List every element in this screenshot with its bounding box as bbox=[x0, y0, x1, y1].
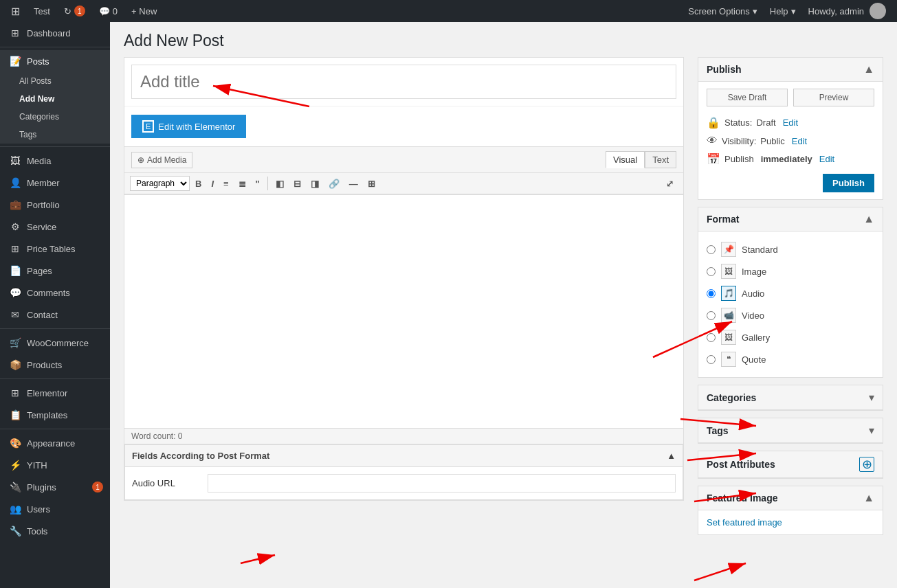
sidebar-item-tags[interactable]: Tags bbox=[0, 126, 110, 144]
horizontal-rule-button[interactable]: — bbox=[345, 177, 362, 191]
format-option-standard[interactable]: 📌 Standard bbox=[707, 238, 874, 260]
adminbar-site[interactable]: Test bbox=[28, 0, 56, 22]
ordered-list-button[interactable]: ≣ bbox=[234, 177, 250, 191]
screen-options-arrow: ▾ bbox=[753, 6, 757, 16]
tags-collapse-icon: ▾ bbox=[869, 424, 874, 437]
edit-with-elementor-button[interactable]: E Edit with Elementor bbox=[131, 115, 246, 138]
sidebar-item-appearance[interactable]: 🎨 Appearance bbox=[0, 432, 110, 454]
adminbar-new[interactable]: + New bbox=[126, 0, 162, 22]
fields-header-title: Fields According to Post Format bbox=[132, 451, 269, 461]
status-icon: 🔒 bbox=[707, 116, 720, 129]
screen-options-btn[interactable]: Screen Options ▾ bbox=[683, 0, 763, 22]
adminbar-updates[interactable]: ↻ 1 bbox=[58, 0, 91, 22]
status-row: 🔒 Status: Draft Edit bbox=[707, 113, 874, 132]
sidebar-item-price-tables[interactable]: ⊞ Price Tables bbox=[0, 238, 110, 260]
align-center-button[interactable]: ⊟ bbox=[289, 177, 305, 191]
sidebar-pages-label: Pages bbox=[27, 266, 52, 276]
sidebar-item-posts[interactable]: 📝 Posts bbox=[0, 50, 110, 72]
add-media-button[interactable]: ⊕ Add Media bbox=[131, 152, 192, 168]
publish-time-edit-link[interactable]: Edit bbox=[819, 154, 834, 164]
pages-icon: 📄 bbox=[9, 265, 21, 276]
table-button[interactable]: ⊞ bbox=[364, 177, 379, 191]
format-radio-image[interactable] bbox=[707, 267, 716, 276]
sidebar-service-label: Service bbox=[27, 222, 56, 232]
adminbar-howdy[interactable]: Howdy, admin bbox=[803, 0, 892, 22]
format-icon-video: 📹 bbox=[721, 308, 736, 323]
sidebar-item-add-new[interactable]: Add New bbox=[0, 90, 110, 108]
italic-button[interactable]: I bbox=[207, 177, 218, 191]
sidebar-item-portfolio[interactable]: 💼 Portfolio bbox=[0, 194, 110, 216]
sidebar-item-pages[interactable]: 📄 Pages bbox=[0, 260, 110, 282]
post-attributes-metabox-header[interactable]: Post Attributes ⊕ bbox=[698, 451, 883, 478]
format-radio-video[interactable] bbox=[707, 311, 716, 320]
sidebar-item-member[interactable]: 👤 Member bbox=[0, 172, 110, 194]
format-radio-quote[interactable] bbox=[707, 355, 716, 364]
blockquote-button[interactable]: " bbox=[252, 177, 264, 191]
sidebar-elementor-label: Elementor bbox=[27, 388, 67, 398]
categories-metabox: Categories ▾ bbox=[698, 385, 883, 411]
sidebar-item-categories[interactable]: Categories bbox=[0, 108, 110, 126]
post-attributes-toggle[interactable]: ⊕ bbox=[859, 457, 874, 472]
fields-header[interactable]: Fields According to Post Format ▲ bbox=[125, 445, 683, 467]
format-metabox-header[interactable]: Format ▲ bbox=[698, 207, 883, 231]
publish-metabox-header[interactable]: Publish ▲ bbox=[698, 58, 883, 82]
format-label-quote: Quote bbox=[742, 354, 766, 365]
tab-visual[interactable]: Visual bbox=[606, 151, 645, 168]
format-icon-audio: 🎵 bbox=[721, 286, 736, 301]
sidebar-item-plugins[interactable]: 🔌 Plugins 1 bbox=[0, 476, 110, 498]
format-option-video[interactable]: 📹 Video bbox=[707, 304, 874, 326]
sidebar-item-comments[interactable]: 💬 Comments bbox=[0, 282, 110, 304]
sidebar-item-templates[interactable]: 📋 Templates bbox=[0, 404, 110, 426]
format-radio-gallery[interactable] bbox=[707, 333, 716, 342]
align-left-button[interactable]: ◧ bbox=[272, 177, 288, 191]
contact-icon: ✉ bbox=[9, 309, 21, 320]
format-radio-audio[interactable] bbox=[707, 289, 716, 298]
save-draft-button[interactable]: Save Draft bbox=[707, 89, 788, 106]
status-edit-link[interactable]: Edit bbox=[783, 117, 798, 128]
unordered-list-button[interactable]: ≡ bbox=[219, 177, 233, 191]
preview-button[interactable]: Preview bbox=[793, 89, 874, 106]
format-option-gallery[interactable]: 🖼 Gallery bbox=[707, 326, 874, 348]
adminbar-logo[interactable]: ⊞ bbox=[5, 0, 25, 22]
format-option-image[interactable]: 🖼 Image bbox=[707, 260, 874, 282]
posts-icon: 📝 bbox=[9, 56, 21, 67]
sidebar-item-all-posts[interactable]: All Posts bbox=[0, 72, 110, 90]
price-tables-icon: ⊞ bbox=[9, 243, 21, 254]
paragraph-select[interactable]: Paragraph bbox=[130, 176, 190, 191]
sidebar-item-woocommerce[interactable]: 🛒 WooCommerce bbox=[0, 332, 110, 354]
tab-text[interactable]: Text bbox=[645, 151, 676, 168]
fullscreen-button[interactable]: ⤢ bbox=[662, 177, 678, 191]
set-featured-image-link[interactable]: Set featured image bbox=[707, 517, 782, 528]
format-option-quote[interactable]: ❝ Quote bbox=[707, 348, 874, 370]
sidebar-item-products[interactable]: 📦 Products bbox=[0, 354, 110, 376]
sidebar-item-media[interactable]: 🖼 Media bbox=[0, 150, 110, 172]
sidebar-item-users[interactable]: 👥 Users bbox=[0, 498, 110, 520]
avatar bbox=[870, 3, 886, 19]
format-radio-standard[interactable] bbox=[707, 245, 716, 254]
bold-button[interactable]: B bbox=[191, 177, 206, 191]
audio-url-input[interactable] bbox=[208, 474, 676, 493]
featured-image-metabox-header[interactable]: Featured Image ▲ bbox=[698, 486, 883, 510]
adminbar-comments[interactable]: 💬 0 bbox=[93, 0, 123, 22]
tags-metabox-header[interactable]: Tags ▾ bbox=[698, 418, 883, 443]
post-title-input[interactable] bbox=[131, 65, 676, 99]
link-button[interactable]: 🔗 bbox=[324, 177, 344, 191]
visibility-edit-link[interactable]: Edit bbox=[792, 136, 807, 146]
align-right-button[interactable]: ◨ bbox=[307, 177, 323, 191]
sidebar-item-service[interactable]: ⚙ Service bbox=[0, 216, 110, 238]
help-btn[interactable]: Help ▾ bbox=[764, 0, 801, 22]
editor-body[interactable] bbox=[124, 194, 683, 428]
screen-options-label: Screen Options bbox=[688, 6, 750, 16]
sidebar-item-yith[interactable]: ⚡ YITH bbox=[0, 454, 110, 476]
sidebar-item-tools[interactable]: 🔧 Tools bbox=[0, 520, 110, 542]
publish-button[interactable]: Publish bbox=[823, 174, 874, 192]
format-option-audio[interactable]: 🎵 Audio bbox=[707, 282, 874, 304]
categories-metabox-header[interactable]: Categories ▾ bbox=[698, 385, 883, 410]
media-bar: ⊕ Add Media Visual Text bbox=[124, 147, 683, 173]
sidebar-item-dashboard[interactable]: ⊞ Dashboard bbox=[0, 22, 110, 44]
sidebar-item-contact[interactable]: ✉ Contact bbox=[0, 304, 110, 326]
sidebar-posts-label: Posts bbox=[27, 56, 49, 67]
users-icon: 👥 bbox=[9, 504, 21, 514]
fields-section: Fields According to Post Format ▲ Audio … bbox=[124, 444, 683, 500]
sidebar-item-elementor[interactable]: ⊞ Elementor bbox=[0, 382, 110, 404]
